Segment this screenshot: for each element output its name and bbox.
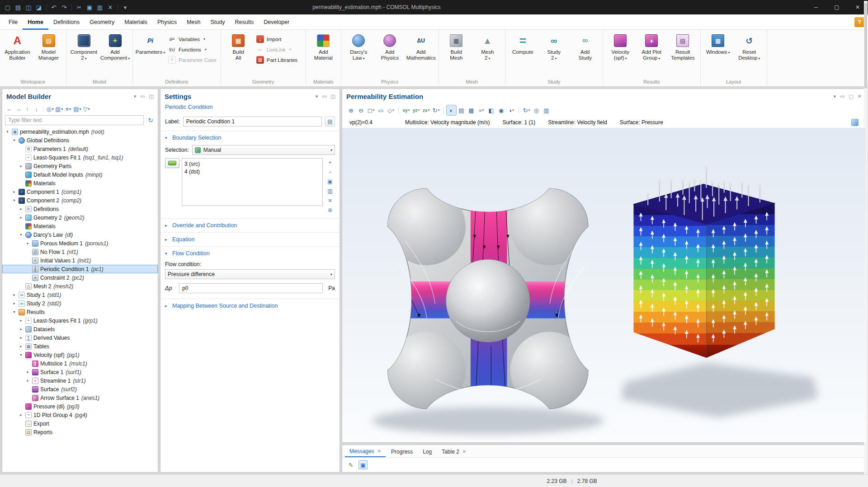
parameter-case-button[interactable]: PParameter Case (166, 56, 218, 64)
minimize-button[interactable]: ─ (806, 0, 826, 14)
add-plot-group-button[interactable]: +Add PlotGroup▾ (637, 31, 667, 78)
show-icon[interactable]: ◎▾ (46, 104, 54, 113)
view-zx-icon[interactable]: zx▾ (421, 105, 431, 115)
application-builder-button[interactable]: AApplicationBuilder (2, 31, 33, 78)
tree-node-tables[interactable]: ▸▦Tables (2, 342, 158, 351)
tab-progress[interactable]: Progress (387, 446, 417, 457)
float-icon[interactable]: ▭ (840, 94, 844, 99)
go-to-view-icon[interactable]: ◇▾ (386, 105, 396, 115)
zoom-in-icon[interactable]: ⊕ (346, 105, 356, 115)
transparency-icon[interactable]: ◧ (486, 105, 496, 115)
tree-node-component-2[interactable]: ▾▫Component 2(comp2) (2, 196, 158, 205)
tab-table-2[interactable]: Table 2✕ (437, 446, 471, 457)
tree-node-materials[interactable]: Materials (2, 179, 158, 187)
filter-icon[interactable]: ▽▾ (82, 104, 91, 113)
expander-icon[interactable]: ▸ (19, 207, 24, 211)
import-button[interactable]: ↓Import (255, 35, 303, 43)
expander-icon[interactable]: ▾ (19, 233, 24, 237)
close-icon[interactable]: ✕ (858, 94, 862, 99)
paste-icon[interactable]: ▥ (326, 187, 334, 195)
open-icon[interactable]: ▤ (13, 2, 23, 12)
paste-icon[interactable]: ▥ (95, 2, 105, 12)
tree-node-permeability-estimation-mph[interactable]: ▾◈permeability_estimation.mph(root) (2, 127, 158, 136)
rotate-view-icon[interactable]: ↻▾ (431, 105, 441, 115)
tree-node-datasets[interactable]: ▸Datasets (2, 325, 158, 333)
livelink-button[interactable]: ∞LiveLink▾ (255, 45, 303, 54)
close-icon[interactable]: ✕ (377, 449, 381, 454)
menu-developer[interactable]: Developer (259, 14, 294, 30)
functions-button[interactable]: f(x)Functions▾ (166, 45, 218, 54)
tree-node-arrow-surface-1[interactable]: ↑Arrow Surface 1(arws1) (2, 393, 158, 402)
graphics-scene[interactable] (342, 128, 866, 442)
selection-list-item[interactable]: 3 (src) (184, 160, 320, 168)
float-icon[interactable]: ▭ (322, 94, 326, 99)
section-flow-condition[interactable]: ▾ Flow Condition (160, 246, 340, 260)
menu-definitions[interactable]: Definitions (48, 14, 85, 30)
add-icon[interactable]: + (326, 159, 334, 166)
tree-node-multislice-1[interactable]: ∥Multislice 1(mslc1) (2, 359, 158, 368)
tree-node-derived-values[interactable]: ▸∑Derived Values (2, 333, 158, 342)
tree-node-periodic-condition-1[interactable]: ∥Periodic Condition 1(pc1) (2, 265, 158, 273)
dock-icon[interactable]: ◫ (331, 94, 335, 99)
mesh-2-button[interactable]: ▲Mesh2▾ (472, 31, 503, 78)
result-templates-button[interactable]: ▤ResultTemplates (668, 31, 698, 78)
menu-study[interactable]: Study (206, 14, 230, 30)
tree-node-reports[interactable]: ▤Reports (2, 428, 158, 436)
tree-node-surface[interactable]: Surface(surf2) (2, 385, 158, 393)
update-plot-icon[interactable]: ↻▾ (522, 105, 531, 115)
overflow-icon[interactable]: ▾ (120, 2, 130, 12)
tree-node-constraint-2[interactable]: ▪Constraint 2(pc2) (2, 273, 158, 282)
darcy-s-law-button[interactable]: Darcy'sLaw▾ (344, 31, 374, 78)
save-icon[interactable]: ◫ (24, 2, 33, 12)
delete-icon[interactable]: ✕ (105, 2, 115, 12)
expander-icon[interactable]: ▸ (25, 370, 30, 374)
help-icon[interactable]: ? (854, 17, 864, 27)
zoom-box-icon[interactable]: ▭ (376, 105, 386, 115)
expander-icon[interactable]: ▸ (19, 413, 24, 417)
tree-node-definitions[interactable]: ▸≡Definitions (2, 205, 158, 213)
cut-icon[interactable]: ✂ (74, 2, 84, 12)
add-physics-button[interactable]: AddPhysics (375, 31, 405, 78)
float-icon[interactable]: ▭ (140, 94, 145, 99)
move-down-icon[interactable]: ↓ (32, 104, 41, 113)
view-yz-icon[interactable]: yz▾ (411, 105, 421, 115)
pressure-difference-input[interactable] (179, 283, 323, 293)
add-component-button[interactable]: +AddComponent▾ (100, 31, 130, 78)
expander-icon[interactable]: ▾ (12, 138, 17, 142)
copy-icon[interactable]: ▣ (85, 2, 94, 12)
tree-node-pressure-dl[interactable]: Pressure (dl)(pg3) (2, 402, 158, 411)
group-nodes-icon[interactable]: ≡▾ (64, 104, 72, 113)
redo-icon[interactable]: ↷ (59, 2, 69, 12)
copy-icon[interactable]: ▣ (326, 178, 334, 185)
tree-node-geometry-parts[interactable]: ▸Geometry Parts (2, 162, 158, 170)
color-theme-icon[interactable]: ◑▾ (506, 105, 516, 115)
chevron-down-icon[interactable]: ▾ (134, 94, 137, 99)
label-input[interactable] (183, 117, 322, 126)
environment-icon[interactable]: ▤ (457, 105, 466, 115)
expander-icon[interactable]: ▾ (12, 310, 17, 314)
expander-icon[interactable]: ▾ (19, 353, 24, 357)
move-up-icon[interactable]: ↑ (23, 104, 32, 113)
reset-desktop-button[interactable]: ↺ResetDesktop▾ (734, 31, 764, 78)
tree-node-least-squares-fit-1[interactable]: ~Least-Squares Fit 1(lsq1_fun1, lsq1) (2, 153, 158, 162)
close-icon[interactable]: ✕ (462, 449, 466, 454)
tree-node-default-model-inputs[interactable]: Default Model Inputs(minpt) (2, 170, 158, 179)
menu-physics[interactable]: Physics (152, 14, 182, 30)
tab-log[interactable]: Log (418, 446, 436, 457)
copy-icon[interactable]: ▣ (359, 460, 368, 469)
tree-node-velocity-spf[interactable]: ▾Velocity (spf)(pg1) (2, 351, 158, 359)
maximize-button[interactable]: ▢ (826, 0, 847, 14)
tree-node-no-flow-1[interactable]: ∅No Flow 1(nf1) (2, 248, 158, 256)
expander-icon[interactable]: ▸ (12, 301, 17, 305)
new-icon[interactable]: ▢ (3, 2, 13, 12)
selection-active-toggle[interactable] (165, 158, 179, 168)
rename-label-icon[interactable]: ▤ (325, 117, 335, 126)
add-mathematics-button[interactable]: ΔUAddMathematics (406, 31, 436, 78)
tree-node-materials[interactable]: Materials (2, 222, 158, 230)
tree-node-parameters-1[interactable]: πParameters 1(default) (2, 145, 158, 153)
study-2-button[interactable]: ∞Study2▾ (539, 31, 569, 78)
menu-geometry[interactable]: Geometry (85, 14, 119, 30)
section-mapping[interactable]: ▸ Mapping Between Source and Destination (160, 299, 340, 313)
expander-icon[interactable]: ▸ (12, 293, 17, 297)
expander-icon[interactable]: ▾ (5, 130, 10, 134)
